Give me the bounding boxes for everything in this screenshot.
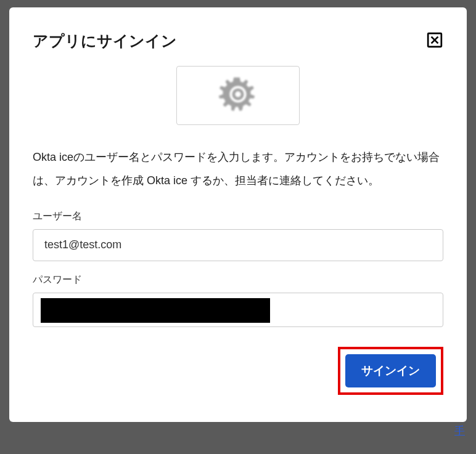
app-icon-container [176,66,300,125]
modal-title: アプリにサインイン [33,31,177,51]
username-field-group: ユーザー名 [33,210,443,261]
close-button[interactable] [426,33,443,50]
svg-point-5 [235,91,241,97]
button-row: サインイン [33,347,443,395]
username-input[interactable] [33,229,443,261]
password-field-group: パスワード [33,274,443,327]
signin-highlight-box: サインイン [338,347,443,395]
signin-button[interactable]: サインイン [345,354,436,387]
password-input[interactable] [33,293,443,327]
password-redaction-mask [41,298,270,323]
close-icon [427,32,443,50]
modal-header: アプリにサインイン [33,31,443,51]
background-link-fragment: 手 [454,424,465,438]
password-label: パスワード [33,274,443,286]
modal-description: Okta iceのユーザー名とパスワードを入力します。アカウントをお持ちでない場… [33,146,443,193]
gear-icon [217,73,259,118]
signin-modal: アプリにサインイン Okta iceのユーザー名とパ [9,7,467,422]
username-label: ユーザー名 [33,210,443,223]
